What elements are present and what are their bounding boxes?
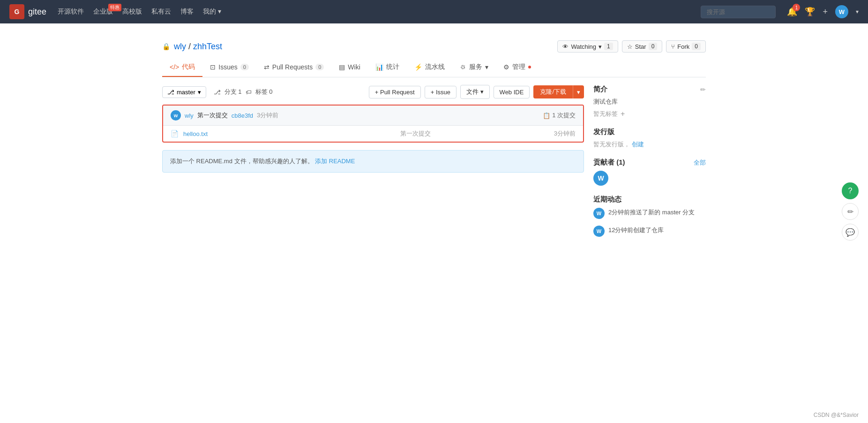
nav-enterprise[interactable]: 企业版 特惠: [93, 8, 113, 16]
enterprise-badge: 特惠: [108, 4, 121, 11]
file-btn[interactable]: 文件 ▾: [460, 85, 490, 99]
nav-open-source[interactable]: 开源软件: [58, 8, 84, 16]
tab-manage[interactable]: ⚙ 管理: [496, 58, 539, 77]
tab-wiki[interactable]: ▤ Wiki: [331, 58, 367, 77]
eye-icon: 👁: [562, 43, 569, 50]
file-name-link[interactable]: helloo.txt: [183, 130, 277, 137]
fork-button[interactable]: ⑂ Fork 0: [666, 40, 706, 53]
user-avatar-nav[interactable]: W: [835, 5, 848, 18]
star-button[interactable]: ☆ Star 0: [622, 40, 663, 53]
nav-blog[interactable]: 博客: [180, 8, 194, 16]
stats-icon: 📊: [375, 63, 383, 71]
web-ide-btn[interactable]: Web IDE: [494, 86, 530, 98]
nav-user-dropdown-arrow[interactable]: ▾: [856, 8, 859, 15]
no-tag-label: 暂无标签: [593, 110, 618, 118]
add-tag-btn[interactable]: +: [621, 110, 625, 118]
star-count: 0: [649, 43, 658, 50]
contributors-title: 贡献者 (1): [593, 158, 625, 167]
activity-item: W 12分钟前创建了仓库: [593, 226, 706, 237]
repo-name-link[interactable]: zhhTest: [193, 42, 222, 51]
code-icon: </>: [170, 63, 179, 71]
release-section: 发行版 暂无发行版， 创建: [593, 128, 706, 149]
intro-section-header: 简介 ✏: [593, 85, 706, 94]
tab-stats[interactable]: 📊 统计: [368, 58, 407, 77]
navbar-links: 开源软件 企业版 特惠 高校版 私有云 博客 我的 ▾: [58, 8, 689, 16]
committer-avatar: w: [171, 110, 181, 121]
file-dropdown-icon: ▾: [480, 88, 484, 95]
plus-icon[interactable]: +: [823, 7, 828, 17]
table-row: 📄 helloo.txt 第一次提交 3分钟前: [163, 126, 583, 142]
lock-icon: 🔒: [162, 43, 170, 50]
tab-code[interactable]: </> 代码: [162, 58, 202, 77]
repo-path: wly / zhhTest: [174, 42, 222, 52]
repo-owner-link[interactable]: wly: [174, 42, 186, 51]
branch-info: ⎇ 分支 1 🏷 标签 0: [214, 88, 273, 96]
watch-count: 1: [604, 43, 613, 50]
sidebar-tags: 暂无标签 +: [593, 110, 706, 118]
services-icon: ⛭: [460, 63, 466, 71]
notification-bell-icon[interactable]: 🔔 1: [787, 7, 797, 17]
file-time: 3分钟前: [554, 129, 576, 138]
nav-university[interactable]: 高校版: [122, 8, 142, 16]
commit-info: w wly 第一次提交 cb8e3fd 3分钟前: [171, 110, 278, 121]
repo-content: ⎇ master ▾ ⎇ 分支 1 🏷 标签 0: [162, 77, 706, 243]
release-sub: 暂无发行版， 创建: [593, 140, 706, 149]
pr-icon: ⇄: [264, 63, 269, 71]
contributors-all-link[interactable]: 全部: [694, 159, 706, 167]
tab-issues[interactable]: ⊡ Issues 0: [202, 58, 256, 77]
commit-message: 第一次提交: [197, 111, 228, 120]
trophy-icon[interactable]: 🏆: [805, 7, 815, 17]
nav-private-cloud[interactable]: 私有云: [151, 8, 171, 16]
repo-title-area: 🔒 wly / zhhTest: [162, 42, 222, 52]
star-icon: ☆: [627, 43, 633, 50]
clone-dropdown-btn[interactable]: ▾: [573, 85, 584, 98]
committer-name[interactable]: wly: [185, 112, 194, 119]
repo-sidebar: 简介 ✏ 测试仓库 暂无标签 + 发行版 暂无发行版，: [593, 85, 706, 243]
activity-avatar-0: W: [593, 208, 605, 219]
file-commit-msg: 第一次提交: [277, 129, 554, 138]
tags-label: 标签 0: [255, 88, 273, 96]
manage-dot: [528, 66, 531, 68]
pull-request-btn[interactable]: + Pull Request: [369, 86, 421, 98]
repo-header: 🔒 wly / zhhTest 👁 Watching ▾ 1 ☆ Star: [162, 33, 706, 58]
main-container: 🔒 wly / zhhTest 👁 Watching ▾ 1 ☆ Star: [153, 23, 715, 423]
activity-title: 近期动态: [593, 195, 621, 204]
commit-count-icon: 📋: [543, 112, 550, 119]
intro-desc: 测试仓库: [593, 98, 706, 106]
edit-float-btn[interactable]: ✏: [842, 203, 859, 220]
contributors-header: 贡献者 (1) 全部: [593, 158, 706, 167]
chat-float-btn[interactable]: 💬: [842, 224, 859, 241]
tab-pull-requests[interactable]: ⇄ Pull Requests 0: [256, 58, 332, 77]
footer-note: CSDN @&*Savior: [814, 412, 859, 418]
add-readme-link[interactable]: 添加 README: [315, 158, 355, 165]
file-table-header: w wly 第一次提交 cb8e3fd 3分钟前 📋 1 次提交: [163, 106, 583, 126]
activity-text-0: 2分钟前推送了新的 master 分支: [608, 208, 695, 217]
tab-services[interactable]: ⛭ 服务 ▾: [452, 58, 496, 77]
branch-count-icon: ⎇: [214, 89, 221, 96]
contributor-avatar[interactable]: W: [593, 171, 608, 186]
tab-pipeline[interactable]: ⚡ 流水线: [407, 58, 452, 77]
commit-count[interactable]: 📋 1 次提交: [543, 111, 576, 120]
branch-select[interactable]: ⎇ master ▾: [162, 86, 206, 98]
nav-mine[interactable]: 我的 ▾: [203, 8, 221, 16]
wiki-icon: ▤: [339, 63, 345, 71]
navbar-brand[interactable]: G gitee: [9, 4, 46, 19]
floating-buttons: ? ✏ 💬: [842, 182, 859, 241]
branch-bar-left: ⎇ master ▾ ⎇ 分支 1 🏷 标签 0: [162, 86, 272, 98]
intro-edit-icon[interactable]: ✏: [700, 86, 706, 93]
recent-activity-section: 近期动态 W 2分钟前推送了新的 master 分支 W 12分钟前创建了仓库: [593, 195, 706, 237]
branch-bar: ⎇ master ▾ ⎇ 分支 1 🏷 标签 0: [162, 85, 584, 99]
issue-btn[interactable]: + Issue: [425, 86, 456, 98]
commit-hash[interactable]: cb8e3fd: [232, 112, 253, 119]
search-input[interactable]: [701, 6, 776, 18]
clone-btn[interactable]: 克隆/下载: [533, 85, 573, 98]
create-release-link[interactable]: 创建: [632, 141, 644, 148]
help-float-btn[interactable]: ?: [842, 182, 859, 199]
commit-time: 3分钟前: [257, 111, 278, 120]
contributors-section: 贡献者 (1) 全部 W: [593, 158, 706, 186]
pr-count: 0: [315, 64, 324, 70]
intro-section: 简介 ✏ 测试仓库 暂无标签 +: [593, 85, 706, 118]
file-icon: 📄: [171, 130, 179, 137]
services-dropdown-icon: ▾: [485, 63, 488, 71]
watch-button[interactable]: 👁 Watching ▾ 1: [557, 40, 618, 53]
